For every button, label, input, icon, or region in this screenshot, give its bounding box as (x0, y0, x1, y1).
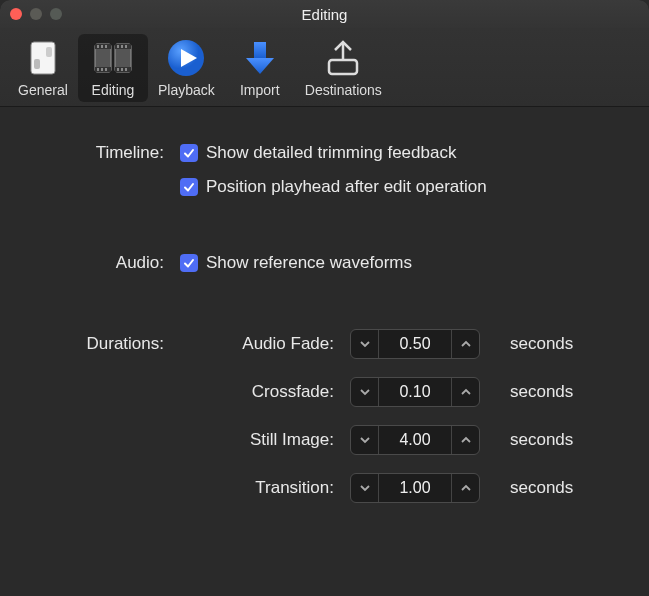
chevron-up-icon[interactable] (451, 378, 479, 406)
toolbar-tab-general[interactable]: General (8, 34, 78, 102)
transition-value[interactable]: 1.00 (379, 479, 451, 497)
still-image-label: Still Image: (180, 430, 350, 450)
reference-waveforms-label: Show reference waveforms (206, 253, 412, 273)
toolbar-tab-import[interactable]: Import (225, 34, 295, 102)
svg-rect-1 (46, 47, 52, 57)
chevron-up-icon[interactable] (451, 474, 479, 502)
svg-rect-22 (125, 68, 127, 71)
import-icon (238, 36, 282, 80)
minimize-window-button[interactable] (30, 8, 42, 20)
toolbar-tab-destinations[interactable]: Destinations (295, 34, 392, 102)
svg-rect-14 (97, 68, 99, 71)
timeline-section: Timeline: Show detailed trimming feedbac… (30, 143, 619, 211)
toolbar-label: Import (240, 82, 280, 98)
audio-fade-value[interactable]: 0.50 (379, 335, 451, 353)
titlebar: Editing (0, 0, 649, 28)
crossfade-stepper[interactable]: 0.10 (350, 377, 480, 407)
transition-label: Transition: (180, 478, 350, 498)
zoom-window-button[interactable] (50, 8, 62, 20)
reference-waveforms-row: Show reference waveforms (180, 253, 619, 273)
svg-rect-17 (117, 45, 119, 48)
preferences-toolbar: General Editing (0, 28, 649, 107)
unit-label: seconds (490, 478, 619, 498)
general-icon (21, 36, 65, 80)
chevron-down-icon[interactable] (351, 474, 379, 502)
transition-stepper[interactable]: 1.00 (350, 473, 480, 503)
detailed-trimming-row: Show detailed trimming feedback (180, 143, 619, 163)
svg-rect-11 (97, 45, 99, 48)
reference-waveforms-checkbox[interactable] (180, 254, 198, 272)
crossfade-label: Crossfade: (180, 382, 350, 402)
chevron-down-icon[interactable] (351, 378, 379, 406)
timeline-label: Timeline: (30, 143, 180, 211)
chevron-down-icon[interactable] (351, 330, 379, 358)
position-playhead-row: Position playhead after edit operation (180, 177, 619, 197)
playback-icon (164, 36, 208, 80)
durations-section: Durations: Audio Fade: 0.50 seconds Cros… (30, 329, 619, 503)
toolbar-label: Playback (158, 82, 215, 98)
toolbar-tab-editing[interactable]: Editing (78, 34, 148, 102)
svg-rect-0 (31, 42, 55, 74)
destinations-icon (321, 36, 365, 80)
unit-label: seconds (490, 334, 619, 354)
svg-rect-20 (117, 68, 119, 71)
svg-rect-13 (105, 45, 107, 48)
toolbar-tab-playback[interactable]: Playback (148, 34, 225, 102)
svg-rect-15 (101, 68, 103, 71)
durations-label: Durations: (30, 334, 180, 354)
svg-rect-27 (329, 60, 357, 74)
chevron-up-icon[interactable] (451, 330, 479, 358)
unit-label: seconds (490, 430, 619, 450)
chevron-up-icon[interactable] (451, 426, 479, 454)
audio-label: Audio: (30, 253, 180, 287)
editing-icon (91, 36, 135, 80)
crossfade-value[interactable]: 0.10 (379, 383, 451, 401)
svg-rect-19 (125, 45, 127, 48)
position-playhead-checkbox[interactable] (180, 178, 198, 196)
window-controls (0, 8, 62, 20)
toolbar-label: Destinations (305, 82, 382, 98)
preferences-content: Timeline: Show detailed trimming feedbac… (0, 107, 649, 523)
svg-rect-18 (121, 45, 123, 48)
svg-marker-26 (246, 58, 274, 74)
still-image-value[interactable]: 4.00 (379, 431, 451, 449)
svg-rect-25 (254, 42, 266, 58)
close-window-button[interactable] (10, 8, 22, 20)
svg-rect-2 (34, 59, 40, 69)
position-playhead-label: Position playhead after edit operation (206, 177, 487, 197)
audio-fade-stepper[interactable]: 0.50 (350, 329, 480, 359)
window-title: Editing (0, 6, 649, 23)
toolbar-label: General (18, 82, 68, 98)
detailed-trimming-checkbox[interactable] (180, 144, 198, 162)
unit-label: seconds (490, 382, 619, 402)
chevron-down-icon[interactable] (351, 426, 379, 454)
detailed-trimming-label: Show detailed trimming feedback (206, 143, 456, 163)
still-image-stepper[interactable]: 4.00 (350, 425, 480, 455)
audio-fade-label: Audio Fade: (180, 334, 350, 354)
svg-rect-16 (105, 68, 107, 71)
audio-section: Audio: Show reference waveforms (30, 253, 619, 287)
toolbar-label: Editing (92, 82, 135, 98)
svg-rect-12 (101, 45, 103, 48)
svg-rect-21 (121, 68, 123, 71)
